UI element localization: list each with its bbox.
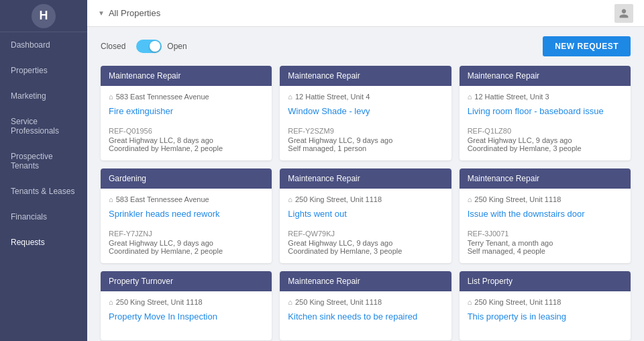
card-title-7[interactable]: Kitchen sink needs to be repaired	[288, 311, 443, 322]
sidebar-item-requests[interactable]: Requests	[0, 230, 87, 255]
sidebar-item-dashboard[interactable]: Dashboard	[0, 32, 87, 58]
card-address-5: ⌂ 250 King Street, Unit 1118	[468, 195, 623, 203]
card-ref-0: REF-Q01956	[109, 127, 264, 135]
sidebar-item-financials[interactable]: Financials	[0, 204, 87, 230]
topbar: ▼ All Properties	[87, 0, 644, 27]
card-address-7: ⌂ 250 King Street, Unit 1118	[288, 298, 443, 306]
cards-container: Maintenance Repair ⌂ 583 East Tennessee …	[87, 66, 644, 341]
card-address-2: ⌂ 12 Hattie Street, Unit 3	[468, 93, 623, 101]
sidebar: H DashboardPropertiesMarketingService Pr…	[0, 0, 87, 341]
card-header-3: Gardening	[101, 168, 272, 189]
card-ref-1: REF-Y2SZM9	[288, 127, 443, 135]
card-7: Maintenance Repair ⌂ 250 King Street, Un…	[280, 271, 451, 340]
card-info2-0: Coordinated by Hemlane, 2 people	[109, 144, 264, 152]
card-header-0: Maintenance Repair	[101, 66, 272, 86]
card-header-8: List Property	[460, 271, 631, 291]
breadcrumb-text: All Properties	[109, 8, 160, 18]
card-4: Maintenance Repair ⌂ 250 King Street, Un…	[280, 168, 451, 263]
card-body-4: ⌂ 250 King Street, Unit 1118 Lights went…	[280, 189, 451, 263]
card-info1-3: Great Highway LLC, 9 days ago	[109, 239, 264, 247]
home-icon-5: ⌂	[468, 195, 472, 203]
card-address-1: ⌂ 12 Hattie Street, Unit 4	[288, 93, 443, 101]
toggle-knob	[150, 41, 160, 52]
status-toggle[interactable]	[136, 40, 162, 53]
card-title-1[interactable]: Window Shade - levy	[288, 106, 443, 116]
sidebar-item-prospectivetenants[interactable]: Prospective Tenants	[0, 144, 87, 179]
card-2: Maintenance Repair ⌂ 12 Hattie Street, U…	[460, 66, 631, 160]
card-address-0: ⌂ 583 East Tennessee Avenue	[109, 93, 264, 101]
card-address-3: ⌂ 583 East Tennessee Avenue	[109, 195, 264, 203]
card-ref-3: REF-Y7JZNJ	[109, 230, 264, 238]
open-label: Open	[167, 42, 186, 51]
card-header-4: Maintenance Repair	[280, 168, 451, 189]
home-icon-7: ⌂	[288, 298, 292, 306]
card-body-3: ⌂ 583 East Tennessee Avenue Sprinkler he…	[101, 189, 272, 263]
card-info1-1: Great Highway LLC, 9 days ago	[288, 136, 443, 144]
card-info2-3: Coordinated by Hemlane, 2 people	[109, 247, 264, 255]
sidebar-item-marketing[interactable]: Marketing	[0, 83, 87, 109]
card-info1-4: Great Highway LLC, 9 days ago	[288, 239, 443, 247]
home-icon-6: ⌂	[109, 298, 113, 306]
nav-items: DashboardPropertiesMarketingService Prof…	[0, 32, 87, 255]
user-icon[interactable]	[614, 4, 633, 23]
card-5: Maintenance Repair ⌂ 250 King Street, Un…	[460, 168, 631, 263]
card-ref-4: REF-QW79KJ	[288, 230, 443, 238]
card-title-0[interactable]: Fire extinguisher	[109, 106, 264, 116]
sidebar-item-tenantsleases[interactable]: Tenants & Leases	[0, 179, 87, 204]
main-content: ▼ All Properties Closed Open NEW REQUEST…	[87, 0, 644, 341]
new-request-button[interactable]: NEW REQUEST	[543, 36, 631, 56]
card-body-6: ⌂ 250 King Street, Unit 1118 Property Mo…	[101, 291, 272, 340]
home-icon-3: ⌂	[109, 195, 113, 203]
home-icon-2: ⌂	[468, 93, 472, 101]
card-header-7: Maintenance Repair	[280, 271, 451, 291]
card-info2-5: Self managed, 4 people	[468, 247, 623, 255]
home-icon-1: ⌂	[288, 93, 292, 101]
card-8: List Property ⌂ 250 King Street, Unit 11…	[460, 271, 631, 340]
card-info2-4: Coordinated by Hemlane, 3 people	[288, 247, 443, 255]
card-title-6[interactable]: Property Move In Inspection	[109, 311, 264, 322]
card-title-2[interactable]: Living room floor - baseboard issue	[468, 106, 623, 116]
card-body-7: ⌂ 250 King Street, Unit 1118 Kitchen sin…	[280, 291, 451, 340]
home-icon-8: ⌂	[468, 298, 472, 306]
sidebar-item-serviceprofessionals[interactable]: Service Professionals	[0, 109, 87, 144]
card-6: Property Turnover ⌂ 250 King Street, Uni…	[101, 271, 272, 340]
card-address-6: ⌂ 250 King Street, Unit 1118	[109, 298, 264, 306]
card-body-5: ⌂ 250 King Street, Unit 1118 Issue with …	[460, 189, 631, 263]
filterbar: Closed Open NEW REQUEST	[87, 27, 644, 66]
card-ref-2: REF-Q1LZ80	[468, 127, 623, 135]
card-header-1: Maintenance Repair	[280, 66, 451, 86]
card-title-3[interactable]: Sprinkler heads need rework	[109, 209, 264, 219]
closed-label: Closed	[101, 42, 125, 51]
home-icon-4: ⌂	[288, 195, 292, 203]
card-0: Maintenance Repair ⌂ 583 East Tennessee …	[101, 66, 272, 160]
card-header-5: Maintenance Repair	[460, 168, 631, 189]
card-address-8: ⌂ 250 King Street, Unit 1118	[468, 298, 623, 306]
home-icon-0: ⌂	[109, 93, 113, 101]
card-header-6: Property Turnover	[101, 271, 272, 291]
cards-grid: Maintenance Repair ⌂ 583 East Tennessee …	[101, 66, 631, 340]
sidebar-logo: H	[0, 0, 87, 32]
card-3: Gardening ⌂ 583 East Tennessee Avenue Sp…	[101, 168, 272, 263]
card-info1-5: Terry Tenant, a month ago	[468, 239, 623, 247]
card-body-2: ⌂ 12 Hattie Street, Unit 3 Living room f…	[460, 86, 631, 160]
card-info2-1: Self managed, 1 person	[288, 144, 443, 152]
card-body-0: ⌂ 583 East Tennessee Avenue Fire extingu…	[101, 86, 272, 160]
card-info1-0: Great Highway LLC, 8 days ago	[109, 136, 264, 144]
card-ref-5: REF-3J0071	[468, 230, 623, 238]
logo-icon: H	[32, 4, 56, 28]
card-title-8[interactable]: This property is in leasing	[468, 311, 623, 322]
card-address-4: ⌂ 250 King Street, Unit 1118	[288, 195, 443, 203]
card-1: Maintenance Repair ⌂ 12 Hattie Street, U…	[280, 66, 451, 160]
card-title-4[interactable]: Lights went out	[288, 209, 443, 219]
sidebar-item-properties[interactable]: Properties	[0, 58, 87, 83]
card-title-5[interactable]: Issue with the downstairs door	[468, 209, 623, 219]
card-info2-2: Coordinated by Hemlane, 3 people	[468, 144, 623, 152]
card-body-8: ⌂ 250 King Street, Unit 1118 This proper…	[460, 291, 631, 340]
card-info1-2: Great Highway LLC, 9 days ago	[468, 136, 623, 144]
card-body-1: ⌂ 12 Hattie Street, Unit 4 Window Shade …	[280, 86, 451, 160]
card-header-2: Maintenance Repair	[460, 66, 631, 86]
breadcrumb-arrow: ▼	[98, 9, 105, 17]
